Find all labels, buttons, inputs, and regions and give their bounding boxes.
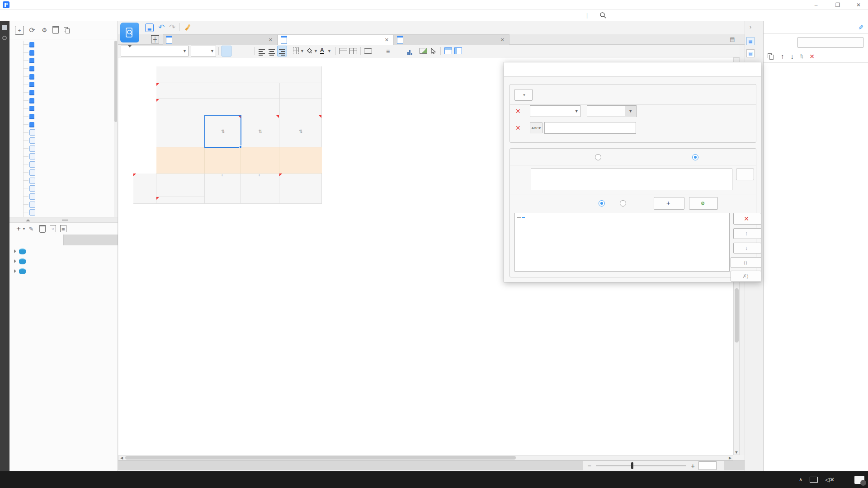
file-tree-item[interactable] (9, 160, 118, 169)
dataset-tab-1[interactable] (64, 235, 118, 245)
add-dataset-icon[interactable]: ＋▼ (15, 225, 23, 233)
menu-item-0[interactable] (5, 10, 18, 21)
delete-dataset-icon[interactable] (39, 225, 46, 233)
report-block-icon[interactable] (443, 46, 453, 56)
close-tab-icon[interactable]: ✕ (499, 37, 506, 43)
edit-pencil-icon[interactable]: ✎ (858, 24, 863, 31)
file-tree-item[interactable] (9, 73, 118, 81)
notification-icon[interactable] (854, 476, 864, 484)
dataset-item[interactable] (9, 266, 118, 276)
expand-arrow-icon[interactable] (14, 269, 16, 273)
formula-up-button[interactable]: ↑ (733, 228, 761, 239)
preview-dropdown-icon[interactable] (128, 45, 132, 47)
preview-button[interactable] (120, 23, 139, 42)
align-right-button[interactable] (277, 46, 287, 56)
menu-item-1[interactable] (18, 10, 31, 21)
remove-paren-button[interactable]: ✗) (731, 271, 761, 282)
formula-list-item[interactable] (522, 217, 525, 218)
cell-attributes-icon[interactable]: ▦ (746, 37, 755, 45)
file-tree-item[interactable] (9, 153, 118, 161)
zoom-slider-handle[interactable] (631, 462, 633, 469)
save-icon[interactable]: ▃ (145, 23, 154, 32)
file-tree-item[interactable] (9, 129, 118, 137)
add-formula-button[interactable]: ＋ (654, 197, 684, 210)
value-type-icon[interactable]: ABC▾ (530, 122, 542, 133)
network-icon[interactable] (810, 477, 818, 483)
menu-item-3[interactable] (43, 10, 56, 21)
formula-icon[interactable] (393, 46, 405, 56)
scroll-right-icon[interactable]: ▶ (727, 455, 733, 460)
minimize-button[interactable]: – (809, 0, 823, 9)
and-radio[interactable] (599, 200, 605, 206)
type-normal-radio[interactable] (595, 154, 601, 160)
scroll-left-icon[interactable]: ◀ (119, 455, 124, 460)
font-size-select[interactable]: ▼ (191, 46, 216, 56)
italic-button[interactable] (232, 46, 241, 56)
file-tree-item[interactable] (9, 89, 118, 97)
collapse-panel-icon[interactable]: › (747, 23, 754, 31)
file-tree-item[interactable] (9, 136, 118, 145)
newvalue-input[interactable] (544, 122, 636, 134)
tray-expand-icon[interactable]: ∧ (799, 477, 802, 483)
font-color-button[interactable]: A▼ (320, 46, 333, 56)
dataset-tab-0[interactable] (9, 235, 64, 245)
remove-attribute-icon[interactable]: ✕ (515, 124, 521, 131)
tab-list-icon[interactable]: ▤ (728, 35, 736, 43)
dock-refresh-icon[interactable] (2, 36, 7, 40)
file-tree-item[interactable] (9, 97, 118, 105)
move-up-icon[interactable]: ↑ (781, 52, 784, 60)
add-paren-button[interactable]: () (731, 257, 761, 268)
zoom-out-icon[interactable]: − (587, 462, 591, 469)
file-tree-scrollbar[interactable] (114, 41, 118, 217)
copy-condition-icon[interactable] (767, 53, 775, 60)
dataset-config-icon[interactable]: ▦ (60, 225, 66, 232)
zoom-in-icon[interactable]: + (691, 462, 695, 469)
file-tree-item[interactable] (9, 65, 118, 73)
fill-color-button[interactable]: ▼ (307, 46, 319, 56)
formula-list[interactable] (514, 213, 730, 272)
maximize-button[interactable]: ❐ (831, 0, 844, 9)
dialog-titlebar[interactable] (504, 62, 761, 77)
dataset-item[interactable] (9, 256, 118, 266)
zoom-slider[interactable] (596, 465, 686, 466)
file-tree-item[interactable] (9, 49, 118, 57)
sort-order-icon[interactable]: ⁞↓ (800, 53, 803, 60)
move-down-icon[interactable]: ↓ (791, 52, 794, 60)
type-formula-radio[interactable] (692, 154, 698, 160)
add-attribute-button[interactable]: ▼ (514, 89, 533, 101)
split-cells-icon[interactable] (349, 46, 358, 56)
formula-down-button[interactable]: ↓ (733, 243, 761, 253)
close-tab-icon[interactable]: ✕ (267, 37, 274, 43)
undo-icon[interactable]: ↶ (157, 23, 166, 32)
file-tree-item[interactable] (9, 208, 118, 216)
zoom-value-input[interactable] (698, 461, 717, 470)
dock-icon[interactable] (2, 25, 7, 30)
merge-cells-icon[interactable] (339, 46, 348, 56)
borders-button[interactable]: ▼ (293, 46, 306, 56)
formula-input[interactable] (531, 169, 732, 190)
splitter-grip[interactable] (62, 220, 68, 221)
menu-item-2[interactable] (31, 10, 43, 21)
bold-button[interactable] (222, 46, 231, 56)
document-tab-2[interactable]: ✕ (394, 34, 509, 45)
panel-splitter[interactable] (9, 217, 118, 223)
document-tab-1[interactable]: ✕ (278, 34, 394, 45)
dataset-item[interactable] (9, 246, 118, 256)
close-tab-icon[interactable]: ✕ (383, 37, 391, 43)
edit-dataset-icon[interactable]: ✎ (27, 225, 35, 233)
file-tree-item[interactable] (9, 113, 118, 121)
file-tree-item[interactable] (9, 177, 118, 185)
color-picker[interactable]: ▼ (530, 105, 580, 117)
file-tree-item[interactable] (9, 192, 118, 201)
close-button[interactable]: ✕ (852, 0, 865, 9)
format-painter-icon[interactable] (183, 23, 192, 32)
chart-icon[interactable] (406, 45, 418, 57)
delete-icon[interactable] (52, 26, 59, 34)
underline-button[interactable] (242, 46, 251, 56)
copy-icon[interactable] (63, 26, 71, 34)
widget-settings-icon[interactable]: ▤ (746, 49, 755, 57)
pointer-icon[interactable] (429, 46, 438, 56)
add-condition-button[interactable] (797, 37, 863, 48)
expand-arrow-icon[interactable] (14, 259, 16, 263)
file-tree-item[interactable] (9, 41, 118, 49)
